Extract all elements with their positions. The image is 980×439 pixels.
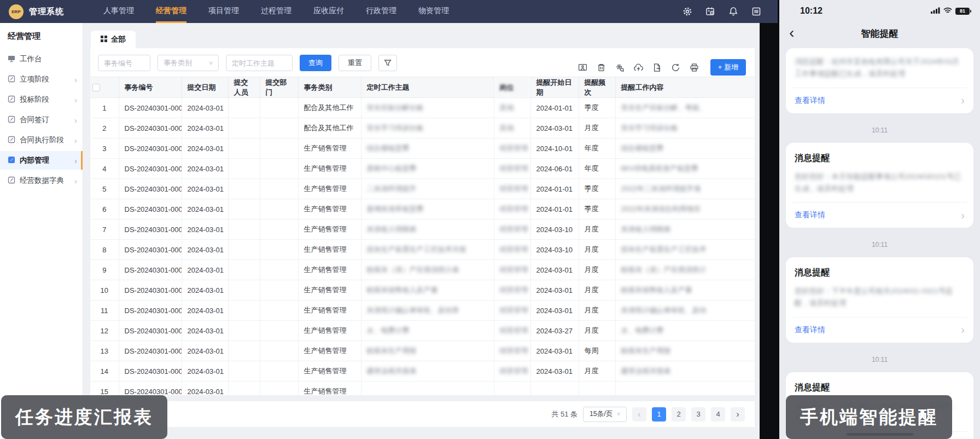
cell-start-date: 2024-03-10 bbox=[530, 220, 579, 240]
cell-frequency: 每周 bbox=[579, 341, 615, 361]
cell-row-number: 10 bbox=[90, 280, 119, 301]
reminder-card-content: 消息提醒：杭州市某热电有限公司关于2024年03月工作事项提醒已生成，请及时处理 bbox=[795, 56, 965, 80]
gear-search-icon[interactable] bbox=[615, 63, 625, 72]
tab-all[interactable]: 全部 bbox=[91, 31, 136, 48]
sidebar-item[interactable]: 投标阶段› bbox=[0, 90, 83, 109]
topnav-item[interactable]: 人事管理 bbox=[103, 0, 134, 23]
cell-frequency: 月度 bbox=[579, 301, 615, 321]
delete-icon[interactable] bbox=[597, 63, 606, 72]
filter-funnel-button[interactable] bbox=[378, 55, 397, 71]
view-detail-link[interactable]: 查看详情 bbox=[795, 96, 825, 106]
cell-submit-date: 2024-03-01 bbox=[182, 118, 228, 138]
cell-frequency: 年度 bbox=[579, 138, 615, 159]
file-export-icon[interactable] bbox=[652, 63, 662, 72]
refresh-icon[interactable] bbox=[671, 63, 680, 72]
cell-position: 经营管理 bbox=[494, 321, 530, 341]
sidebar-item[interactable]: 内部管理› bbox=[0, 151, 83, 170]
page-size-value: 15条/页 bbox=[590, 409, 612, 419]
cell-submit-date: 2024-03-01 bbox=[182, 199, 228, 220]
topnav-item[interactable]: 行政管理 bbox=[366, 0, 396, 23]
cell-position: 经营管理 bbox=[494, 220, 530, 240]
view-detail-link[interactable]: 查看详情 bbox=[795, 325, 825, 335]
table-header-row: 事务编号提交日期提交人员提交部门事务类别定时工作主题岗位提醒开始日期提醒频次提醒… bbox=[90, 77, 755, 98]
cell-position: 经营管理 bbox=[494, 361, 530, 382]
add-new-button[interactable]: + 新增 bbox=[710, 59, 746, 76]
category-select[interactable]: 事务类别 ˅ bbox=[158, 55, 219, 71]
sidebar-item[interactable]: 经营数据字典› bbox=[0, 171, 83, 190]
cell-start-date: 2024-03-10 bbox=[530, 240, 579, 260]
prev-page-button[interactable]: ‹ bbox=[632, 407, 646, 421]
cell-transaction-id: DS-20240301-00045 bbox=[119, 220, 182, 240]
cloud-upload-icon[interactable] bbox=[634, 63, 643, 72]
table-row: 10DS-20240301-000422024-03-01生产销售管理粉煤灰销售… bbox=[90, 280, 755, 301]
app-title: 管理系统 bbox=[29, 7, 64, 17]
cell-start-date: 2024-03-01 bbox=[530, 118, 579, 138]
cell-department bbox=[260, 220, 298, 240]
detail-link-row[interactable]: 查看详情› bbox=[795, 203, 965, 228]
detail-link-row[interactable]: 查看详情› bbox=[795, 317, 965, 343]
import-user-icon[interactable] bbox=[578, 63, 587, 72]
sidebar-item[interactable]: 立项阶段› bbox=[0, 70, 83, 89]
cell-category: 生产销售管理 bbox=[298, 138, 361, 159]
cell-position: 经营管理 bbox=[494, 179, 530, 199]
cell-position: 经营管理 bbox=[494, 199, 530, 220]
view-detail-link[interactable]: 查看详情 bbox=[795, 210, 825, 220]
sidebar-item[interactable]: 工作台 bbox=[0, 50, 83, 68]
sidebar-item-label: 内部管理 bbox=[20, 155, 49, 165]
cell-frequency: 月度 bbox=[579, 321, 615, 341]
chevron-right-icon: › bbox=[74, 157, 77, 165]
topnav-item[interactable]: 经营管理 bbox=[156, 0, 186, 23]
reminder-card[interactable]: 消息提醒您好您好：本月智能提醒事项公司2024030101号已生成，请及时处理查… bbox=[786, 143, 973, 228]
reminder-card[interactable]: 消息提醒您好您好：下半年度公司相关2024031-0321号提醒，请及时处理查看… bbox=[786, 257, 973, 343]
cell-submitter bbox=[228, 138, 260, 159]
apps-grid-icon[interactable] bbox=[751, 7, 761, 16]
reminder-card[interactable]: 消息提醒：杭州市某热电有限公司关于2024年03月工作事项提醒已生成，请及时处理… bbox=[786, 48, 973, 113]
table-header-cell: 提交人员 bbox=[228, 77, 260, 98]
next-page-button[interactable]: › bbox=[731, 407, 745, 421]
select-all-checkbox[interactable] bbox=[92, 84, 100, 91]
schedule-icon[interactable] bbox=[705, 7, 715, 16]
topnav-item[interactable]: 过程管理 bbox=[261, 0, 291, 23]
page-number-button[interactable]: 1 bbox=[652, 407, 666, 421]
sidebar-item[interactable]: 合同签订› bbox=[0, 111, 83, 129]
status-time: 10:12 bbox=[800, 6, 822, 16]
cell-row-number: 9 bbox=[90, 260, 119, 280]
cell-department bbox=[260, 138, 298, 159]
sidebar-item-label: 工作台 bbox=[20, 54, 42, 64]
page-number-button[interactable]: 2 bbox=[672, 407, 686, 421]
cell-content: 安全生产目标分解、考核、 bbox=[615, 98, 755, 118]
cell-frequency bbox=[579, 382, 615, 396]
cell-category: 配合及其他工作 bbox=[298, 118, 361, 138]
sidebar-item[interactable]: 合同执行阶段› bbox=[0, 131, 83, 149]
cell-position: 其他 bbox=[494, 98, 530, 118]
cell-content: 综合楼租赁费 bbox=[615, 138, 755, 159]
topnav-item[interactable]: 应收应付 bbox=[313, 0, 344, 23]
settings-icon[interactable] bbox=[682, 7, 692, 16]
topnav-item[interactable]: 项目管理 bbox=[208, 0, 239, 23]
transaction-no-input[interactable] bbox=[98, 55, 150, 71]
table-header-cell: 提醒工作内容 bbox=[615, 77, 755, 98]
detail-link-row[interactable]: 查看详情› bbox=[795, 88, 965, 113]
cell-content: 粉煤灰（渣）产生情况统计 bbox=[615, 260, 755, 280]
back-chevron-icon[interactable]: ‹ bbox=[789, 23, 794, 43]
cell-department bbox=[260, 118, 298, 138]
sidebar-item-label: 经营数据字典 bbox=[20, 176, 64, 186]
module-icon bbox=[8, 115, 15, 125]
topic-input[interactable] bbox=[226, 55, 293, 71]
page-number-button[interactable]: 4 bbox=[711, 407, 725, 421]
cell-submit-date: 2024-03-01 bbox=[182, 361, 228, 382]
page-number-button[interactable]: 3 bbox=[691, 407, 705, 421]
search-button[interactable]: 查询 bbox=[300, 55, 331, 71]
cell-topic: 综合楼租赁费 bbox=[361, 138, 494, 159]
cell-frequency: 月度 bbox=[579, 280, 615, 301]
topnav-item[interactable]: 物资管理 bbox=[418, 0, 449, 23]
reset-button[interactable]: 重置 bbox=[339, 55, 371, 71]
cell-submit-date: 2024-03-01 bbox=[182, 240, 228, 260]
chevron-right-icon: › bbox=[961, 324, 965, 336]
table-row: 9DS-20240301-000432024-03-01生产销售管理粉煤灰（渣）… bbox=[90, 260, 755, 280]
notification-bell-icon[interactable] bbox=[728, 7, 738, 16]
print-icon[interactable] bbox=[690, 63, 699, 72]
cell-topic bbox=[361, 382, 494, 396]
page-size-select[interactable]: 15条/页 ˅ bbox=[583, 407, 627, 422]
phone-scroll-area[interactable]: 消息提醒：杭州市某热电有限公司关于2024年03月工作事项提醒已生成，请及时处理… bbox=[786, 47, 973, 439]
